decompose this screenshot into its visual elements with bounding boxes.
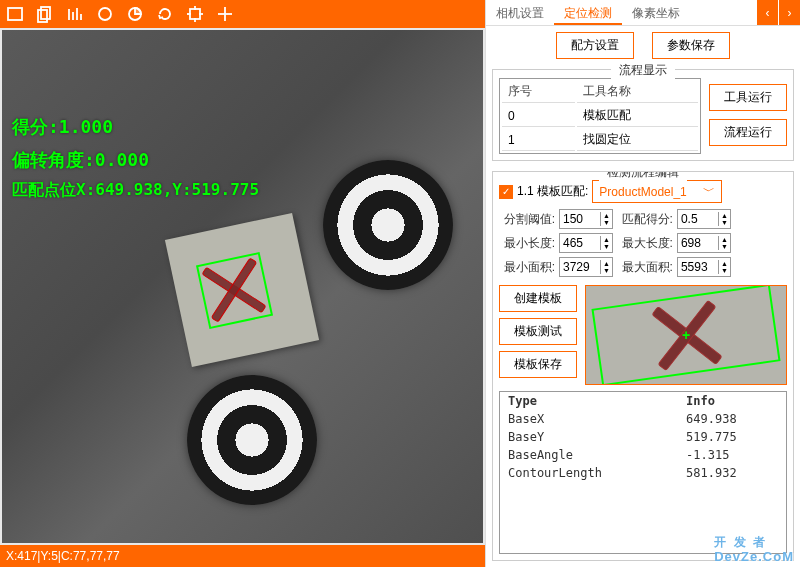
up-icon[interactable]: ▲: [719, 260, 730, 267]
tab-bar: 相机设置 定位检测 像素坐标 ‹ ›: [486, 0, 800, 26]
table-row[interactable]: 1找圆定位: [502, 129, 698, 151]
fiducial-wheel: [187, 375, 317, 505]
tool-refresh-icon[interactable]: [154, 3, 176, 25]
svg-rect-9: [190, 9, 200, 19]
result-info-table[interactable]: TypeInfo BaseX649.938 BaseY519.775 BaseA…: [499, 391, 787, 554]
tab-camera-settings[interactable]: 相机设置: [486, 0, 554, 25]
table-row[interactable]: 0模板匹配: [502, 105, 698, 127]
create-template-button[interactable]: 创建模板: [499, 285, 577, 312]
table-row: BaseY519.775: [500, 428, 786, 446]
max-area-label: 最大面积:: [617, 259, 673, 276]
seg-thresh-spinner[interactable]: ▲▼: [559, 209, 613, 229]
col-info: Info: [678, 392, 786, 410]
overlay-score: 得分:1.000: [12, 115, 113, 139]
flow-edit-title: 检测流程编辑: [599, 171, 687, 181]
svg-rect-1: [41, 7, 50, 19]
tool-bars-icon[interactable]: [64, 3, 86, 25]
tab-positioning[interactable]: 定位检测: [554, 0, 622, 25]
recipe-settings-button[interactable]: 配方设置: [556, 32, 634, 59]
right-pane: 相机设置 定位检测 像素坐标 ‹ › 配方设置 参数保存 流程显示 序号工具名称…: [485, 0, 800, 567]
svg-point-7: [99, 8, 111, 20]
tabs-prev-icon[interactable]: ‹: [756, 0, 778, 25]
down-icon[interactable]: ▼: [601, 243, 612, 250]
down-icon[interactable]: ▼: [601, 219, 612, 226]
tool-plus-icon[interactable]: [214, 3, 236, 25]
run-tool-button[interactable]: 工具运行: [709, 84, 787, 111]
overlay-angle: 偏转角度:0.000: [12, 148, 149, 172]
max-len-spinner[interactable]: ▲▼: [677, 233, 731, 253]
down-icon[interactable]: ▼: [601, 267, 612, 274]
tool-target-icon[interactable]: [184, 3, 206, 25]
test-template-button[interactable]: 模板测试: [499, 318, 577, 345]
save-params-button[interactable]: 参数保存: [652, 32, 730, 59]
run-flow-button[interactable]: 流程运行: [709, 119, 787, 146]
template-center-icon: +: [682, 327, 690, 343]
model-select-value: ProductModel_1: [599, 185, 686, 199]
svg-rect-0: [8, 8, 22, 20]
up-icon[interactable]: ▲: [719, 236, 730, 243]
max-len-label: 最大长度:: [617, 235, 673, 252]
match-score-label: 匹配得分:: [617, 211, 673, 228]
max-area-spinner[interactable]: ▲▼: [677, 257, 731, 277]
fiducial-wheel: [323, 160, 453, 290]
model-select[interactable]: ProductModel_1 ﹀: [592, 180, 721, 203]
up-icon[interactable]: ▲: [601, 212, 612, 219]
enable-step-checkbox[interactable]: ✓: [499, 185, 513, 199]
match-bounding-box: [196, 252, 273, 329]
col-index: 序号: [502, 81, 575, 103]
min-area-spinner[interactable]: ▲▼: [559, 257, 613, 277]
up-icon[interactable]: ▲: [601, 236, 612, 243]
flow-table[interactable]: 序号工具名称 0模板匹配 1找圆定位: [499, 78, 701, 154]
tool-rect-icon[interactable]: [4, 3, 26, 25]
chevron-down-icon: ﹀: [703, 183, 715, 200]
save-template-button[interactable]: 模板保存: [499, 351, 577, 378]
seg-thresh-label: 分割阈值:: [499, 211, 555, 228]
table-row: ContourLength581.932: [500, 464, 786, 482]
match-score-spinner[interactable]: ▲▼: [677, 209, 731, 229]
tool-pie-icon[interactable]: [124, 3, 146, 25]
min-area-label: 最小面积:: [499, 259, 555, 276]
down-icon[interactable]: ▼: [719, 243, 730, 250]
col-type: Type: [500, 392, 678, 410]
tool-circle-icon[interactable]: [94, 3, 116, 25]
up-icon[interactable]: ▲: [601, 260, 612, 267]
tool-copy-icon[interactable]: [34, 3, 56, 25]
camera-canvas[interactable]: 得分:1.000 偏转角度:0.000 匹配点位X:649.938,Y:519.…: [2, 30, 483, 543]
down-icon[interactable]: ▼: [719, 219, 730, 226]
table-row: BaseAngle-1.315: [500, 446, 786, 464]
table-row: BaseX649.938: [500, 410, 786, 428]
min-len-spinner[interactable]: ▲▼: [559, 233, 613, 253]
flow-display-section: 流程显示 序号工具名称 0模板匹配 1找圆定位 工具运行 流程运行: [492, 69, 794, 161]
down-icon[interactable]: ▼: [719, 267, 730, 274]
status-bar: X:417|Y:5|C:77,77,77: [0, 545, 485, 567]
up-icon[interactable]: ▲: [719, 212, 730, 219]
template-preview: +: [585, 285, 787, 385]
min-len-label: 最小长度:: [499, 235, 555, 252]
col-toolname: 工具名称: [577, 81, 698, 103]
left-pane: 得分:1.000 偏转角度:0.000 匹配点位X:649.938,Y:519.…: [0, 0, 485, 567]
toolbar: [0, 0, 485, 28]
tabs-next-icon[interactable]: ›: [778, 0, 800, 25]
svg-rect-2: [38, 10, 47, 22]
step-label: 1.1 模板匹配:: [517, 183, 588, 200]
flow-edit-section: 检测流程编辑 ✓ 1.1 模板匹配: ProductModel_1 ﹀ 分割阈值…: [492, 171, 794, 561]
tab-pixel-coord[interactable]: 像素坐标: [622, 0, 690, 25]
overlay-match-point: 匹配点位X:649.938,Y:519.775: [12, 180, 259, 201]
flow-display-title: 流程显示: [611, 62, 675, 79]
